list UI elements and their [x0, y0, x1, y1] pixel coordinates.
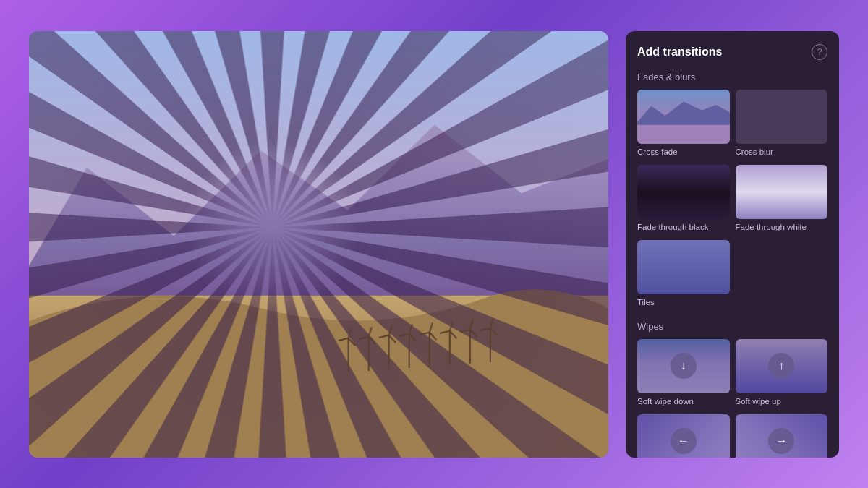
transition-soft-wipe-down[interactable]: ↓ Soft wipe down	[637, 339, 730, 408]
fades-blurs-section-title: Fades & blurs	[626, 67, 839, 90]
panel-header: Add transitions ?	[626, 31, 839, 67]
wipes-section-title: Wipes	[626, 317, 839, 339]
wipe-left-arrow: ←	[671, 428, 697, 454]
transitions-panel: Add transitions ? Fades & blurs Cross fa…	[626, 31, 839, 458]
fade-through-white-thumb	[736, 165, 828, 219]
fade-white-canvas	[736, 165, 828, 219]
fades-blurs-grid: Cross fade Cross blur Fade through black	[626, 90, 839, 234]
panel-title: Add transitions	[637, 46, 722, 59]
tiles-thumb	[637, 240, 730, 294]
wipes-section: Wipes ↓ Soft wipe down ↑ Soft wi	[626, 317, 839, 458]
transition-tiles[interactable]: Tiles	[637, 240, 827, 309]
wipe-right-arrow: →	[768, 428, 794, 454]
preview-canvas	[29, 31, 608, 458]
wipe-down-arrow: ↓	[671, 353, 697, 379]
transition-fade-through-black[interactable]: Fade through black	[637, 165, 730, 234]
preview-area: (function() { const canvas = document.qu…	[29, 31, 608, 458]
soft-wipe-right-thumb: →	[736, 414, 828, 458]
soft-wipe-up-thumb: ↑	[736, 339, 828, 393]
soft-wipe-down-label: Soft wipe down	[637, 397, 730, 406]
cross-fade-canvas	[637, 90, 730, 144]
transition-soft-wipe-up[interactable]: ↑ Soft wipe up	[736, 339, 828, 408]
wipe-up-arrow: ↑	[768, 353, 794, 379]
transition-soft-wipe-left[interactable]: ← Soft wipe left	[637, 414, 730, 458]
help-button[interactable]: ?	[812, 44, 827, 60]
fade-through-black-thumb	[637, 165, 730, 219]
soft-wipe-left-thumb: ←	[637, 414, 730, 458]
fade-black-canvas	[637, 165, 730, 219]
main-container: (function() { const canvas = document.qu…	[29, 31, 839, 458]
tiles-label: Tiles	[637, 298, 827, 307]
transition-fade-through-white[interactable]: Fade through white	[736, 165, 828, 234]
soft-wipe-down-thumb: ↓	[637, 339, 730, 393]
transition-tiles-container: Tiles	[626, 240, 839, 309]
cross-blur-label: Cross blur	[736, 147, 828, 156]
soft-wipe-up-label: Soft wipe up	[736, 397, 828, 406]
fade-through-white-label: Fade through white	[736, 223, 828, 231]
cross-blur-canvas	[736, 90, 828, 144]
cross-fade-label: Cross fade	[637, 147, 730, 156]
cross-fade-thumb	[637, 90, 730, 144]
fade-through-black-label: Fade through black	[637, 223, 730, 231]
transition-soft-wipe-right[interactable]: → Soft wipe right New	[736, 414, 828, 458]
transition-cross-fade[interactable]: Cross fade	[637, 90, 730, 159]
transition-cross-blur[interactable]: Cross blur	[736, 90, 828, 159]
cross-blur-thumb	[736, 90, 828, 144]
wipes-grid: ↓ Soft wipe down ↑ Soft wipe up	[626, 339, 839, 458]
tiles-canvas	[637, 240, 730, 294]
